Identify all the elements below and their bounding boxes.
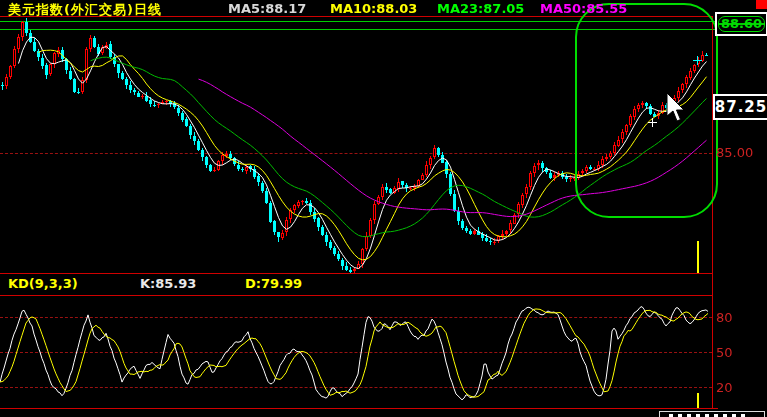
d-value-readout: D:79.99 (245, 276, 302, 291)
ma23-readout: MA23:87.05 (437, 1, 524, 16)
ma50-readout: MA50:85.55 (540, 1, 627, 16)
kd-indicator-label[interactable]: KD(9,3,3) (8, 276, 78, 291)
cursor-price-label: 87.25 (713, 94, 767, 120)
main-kd-separator-line (0, 273, 712, 274)
mouse-cursor-icon (666, 93, 686, 123)
price-scale-label-85: 85.00 (716, 145, 753, 160)
kd-readout-row: KD(9,3,3) K:85.93 D:79.99 (0, 276, 712, 294)
kd-scale-label-50: 50 (716, 345, 733, 360)
current-bar-tick-lower (697, 393, 699, 408)
crosshair-marker (648, 118, 657, 127)
alert-price-value: 88.60 (718, 16, 765, 32)
date-tooltip-partial (659, 411, 765, 417)
kd-scale-label-20: 20 (716, 380, 733, 395)
trend-highlight-rectangle[interactable] (575, 3, 718, 218)
kd-scale-label-80: 80 (716, 310, 733, 325)
bottom-border-line (0, 408, 718, 409)
corner-marker (756, 0, 767, 9)
symbol-title: 美元指数(外汇交易)日线 (8, 1, 162, 19)
kd-oscillator-canvas[interactable] (0, 296, 712, 408)
last-price-marker (693, 56, 702, 65)
header-bar: 美元指数(外汇交易)日线 MA5:88.17 MA10:88.03 MA23:8… (0, 0, 767, 16)
ma10-readout: MA10:88.03 (330, 1, 417, 16)
alert-price-label[interactable]: 88.60 (715, 12, 767, 36)
current-bar-tick-upper (697, 241, 699, 273)
k-value-readout: K:85.93 (140, 276, 196, 291)
ma5-readout: MA5:88.17 (228, 1, 306, 16)
chart-app-window: 美元指数(外汇交易)日线 MA5:88.17 MA10:88.03 MA23:8… (0, 0, 767, 417)
